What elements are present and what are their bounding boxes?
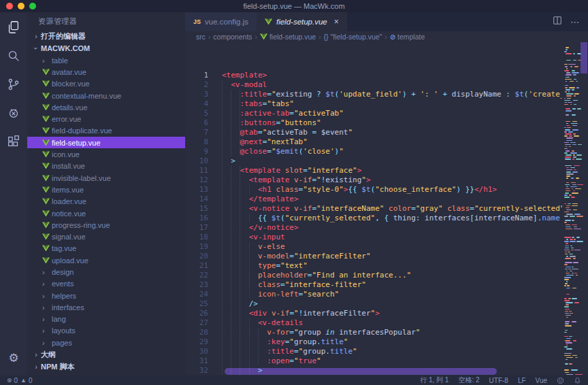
indent-guides: [222, 109, 240, 118]
window-title: field-setup.vue — MacWk.com: [0, 2, 588, 10]
line-number: 3: [185, 90, 208, 99]
file-upload.vue[interactable]: upload.vue: [27, 254, 185, 266]
chevron-right-icon: ›: [42, 56, 52, 65]
file-details.vue[interactable]: details.vue: [27, 101, 185, 113]
chevron-right-icon: ›: [385, 33, 387, 41]
source-control-icon[interactable]: [5, 76, 22, 93]
line-number: 11: [185, 166, 208, 175]
code-line-27: 27 <v-details: [185, 318, 588, 328]
code-line-1: 1<template>: [185, 71, 588, 80]
minimize-window-button[interactable]: [18, 3, 24, 10]
line-number: 7: [185, 128, 208, 137]
tab-field-setup-vue[interactable]: field-setup.vue ×: [257, 12, 347, 31]
extensions-icon[interactable]: [5, 133, 22, 150]
line-number: 28: [185, 328, 208, 337]
file-invisible-label.vue[interactable]: invisible-label.vue: [27, 172, 185, 184]
more-actions-icon[interactable]: ⋯: [570, 17, 580, 27]
file-loader.vue[interactable]: loader.vue: [27, 196, 185, 207]
zoom-window-button[interactable]: [29, 3, 36, 10]
file-items.vue[interactable]: items.vue: [27, 184, 185, 195]
file-tag.vue[interactable]: tag.vue: [27, 243, 185, 254]
npm-scripts-section[interactable]: › NPM 脚本: [27, 361, 185, 373]
vue-file-icon: [42, 186, 52, 193]
traffic-lights: [6, 3, 36, 10]
file-notice.vue[interactable]: notice.vue: [27, 207, 185, 219]
explorer-title: 资源管理器: [27, 12, 185, 30]
cursor-position[interactable]: 行 1, 列 1: [420, 375, 448, 385]
breadcrumb-src[interactable]: src: [196, 33, 206, 41]
split-editor-icon[interactable]: [553, 16, 562, 28]
folder-interfaces[interactable]: ›interfaces: [27, 301, 185, 313]
explorer-icon[interactable]: [5, 19, 22, 35]
outline-section[interactable]: › 大纲: [27, 348, 185, 361]
vertical-scrollbar[interactable]: [580, 42, 588, 375]
code-line-14: 14 </template>: [185, 195, 588, 204]
file-progress-ring.vue[interactable]: progress-ring.vue: [27, 219, 185, 231]
file-signal.vue[interactable]: signal.vue: [27, 231, 185, 242]
folder-pages[interactable]: ›pages: [27, 337, 185, 348]
errors-status[interactable]: ⊗ 0: [7, 377, 18, 384]
breadcrumb-file[interactable]: field-setup.vue: [260, 33, 316, 41]
feedback-smiley-icon[interactable]: [557, 377, 564, 384]
notifications-bell-icon[interactable]: [574, 377, 581, 384]
language-mode[interactable]: Vue: [536, 377, 547, 384]
minimap[interactable]: [562, 42, 588, 375]
file-label: design: [52, 268, 74, 276]
file-field-duplicate.vue[interactable]: field-duplicate.vue: [27, 125, 185, 137]
vue-file-icon: [42, 245, 52, 252]
open-editors-section[interactable]: › 打开的编辑器: [27, 30, 185, 42]
indent-guides: [222, 90, 240, 99]
indent-guides: [222, 261, 258, 270]
file-contextual-menu.vue[interactable]: contextual-menu.vue: [27, 90, 185, 101]
code-editor[interactable]: 1<template>2 <v-modal3 :title="existing …: [185, 42, 588, 375]
close-window-button[interactable]: [6, 3, 13, 10]
chevron-right-icon: ›: [42, 268, 52, 276]
indent-guides: [222, 252, 258, 261]
warnings-status[interactable]: ▲ 0: [20, 377, 32, 384]
indent-guides: [222, 214, 258, 222]
search-icon[interactable]: [5, 48, 22, 64]
vue-file-icon: [42, 233, 52, 240]
scrollbar-slider[interactable]: [581, 42, 587, 73]
file-blocker.vue[interactable]: blocker.vue: [27, 78, 185, 90]
breadcrumb-template-region[interactable]: ⊘ template: [390, 33, 425, 41]
file-install.vue[interactable]: install.vue: [27, 161, 185, 172]
folder-helpers[interactable]: ›helpers: [27, 290, 185, 301]
debug-icon[interactable]: [5, 105, 22, 121]
indent-guides: [222, 356, 267, 365]
folder-layouts[interactable]: ›layouts: [27, 325, 185, 337]
file-field-setup.vue[interactable]: field-setup.vue: [27, 137, 185, 148]
folder-events[interactable]: ›events: [27, 278, 185, 290]
file-label: field-duplicate.vue: [52, 127, 112, 135]
indent-guides: [222, 290, 258, 299]
file-label: events: [52, 280, 74, 288]
breadcrumb-symbol[interactable]: {} "field-setup.vue": [324, 33, 382, 41]
breadcrumb-components[interactable]: components: [213, 33, 252, 41]
eol-status[interactable]: LF: [518, 377, 526, 384]
code-line-24: 24 icon-left="search": [185, 290, 588, 299]
file-error.vue[interactable]: error.vue: [27, 113, 185, 124]
folder-design[interactable]: ›design: [27, 266, 185, 278]
indentation-status[interactable]: 空格: 2: [458, 375, 479, 385]
vue-file-icon: [42, 222, 52, 229]
tab-vue-config-js[interactable]: JS vue.config.js: [185, 12, 257, 31]
file-avatar.vue[interactable]: avatar.vue: [27, 66, 185, 78]
code-line-4: 4 :tabs="tabs": [185, 99, 588, 109]
indent-guides: [222, 337, 267, 346]
folder-lang[interactable]: ›lang: [27, 314, 185, 325]
status-bar: ⊗ 0 ▲ 0 行 1, 列 1 空格: 2 UTF-8 LF Vue: [0, 375, 588, 385]
settings-gear-icon[interactable]: ⚙: [5, 350, 22, 366]
line-number: 32: [185, 366, 208, 375]
file-label: invisible-label.vue: [52, 174, 111, 182]
code-line-11: 11 <template slot="interface">: [185, 166, 588, 175]
minimap-content: [564, 44, 580, 375]
folder-table[interactable]: ›table: [27, 54, 185, 66]
file-icon.vue[interactable]: icon.vue: [27, 148, 185, 160]
code-line-3: 3 :title="existing ? $t('update_field') …: [185, 90, 588, 99]
file-label: table: [52, 56, 68, 65]
workspace-root[interactable]: › MACWK.COM: [27, 42, 185, 54]
vue-file-icon: [42, 93, 52, 99]
encoding-status[interactable]: UTF-8: [489, 377, 508, 384]
line-number: 10: [185, 156, 208, 166]
close-tab-icon[interactable]: ×: [334, 17, 339, 27]
